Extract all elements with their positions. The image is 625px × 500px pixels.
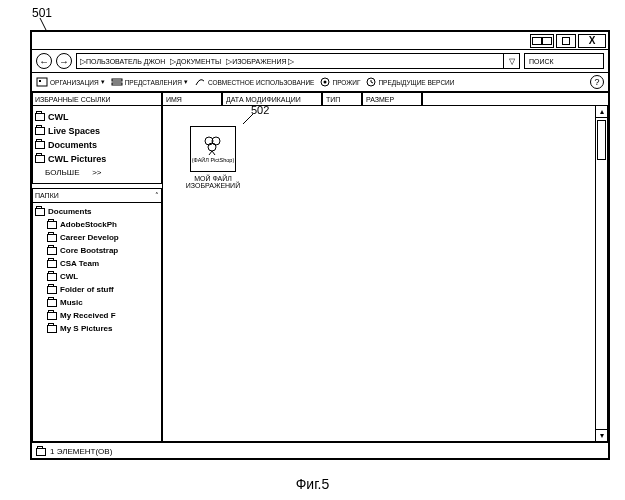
folder-icon [35,208,45,216]
favorite-link[interactable]: CWL [35,110,159,124]
folder-icon [36,448,46,456]
favorite-label: CWL [48,112,69,122]
file-type-label: (ФАЙЛ PictShop) [192,157,235,163]
vertical-scrollbar[interactable]: ▴ ▾ [595,106,607,441]
tool-label: ПРЕДСТАВЛЕНИЯ [125,79,182,86]
folder-icon [35,141,45,149]
tool-label: ПРЕДЫДУЩИЕ ВЕРСИИ [378,79,454,86]
folder-icon [47,286,57,294]
views-icon [111,77,123,87]
more-arrow: >> [92,168,101,177]
tool-label: ОРГАНИЗАЦИЯ [50,79,99,86]
breadcrumb-label: ДОКУМЕНТЫ [176,58,221,65]
previous-versions-button[interactable]: ПРЕДЫДУЩИЕ ВЕРСИИ [366,77,454,87]
folder-tree-root[interactable]: Documents [35,205,159,218]
folder-tree-item[interactable]: Folder of stuff [35,283,159,296]
breadcrumb-label: ИЗОБРАЖЕНИЯ [232,58,286,65]
favorite-link[interactable]: Live Spaces [35,124,159,138]
breadcrumb-segment[interactable]: ▷ПОЛЬЗОВАТЕЛЬ ДЖОН [77,57,167,66]
favorites-header: ИЗБРАННЫЕ ССЫЛКИ [32,92,162,106]
views-button[interactable]: ПРЕДСТАВЛЕНИЯ▾ [111,77,188,87]
svg-rect-3 [112,79,122,81]
column-headers: ИМЯ ДАТА МОДИФИКАЦИИ ТИП РАЗМЕР [162,92,608,106]
sidebar: ИЗБРАННЫЕ ССЫЛКИ CWL Live Spaces Documen… [32,92,162,442]
breadcrumb-segment[interactable]: ▷ДОКУМЕНТЫ [167,57,223,66]
scroll-down-button[interactable]: ▾ [596,429,607,441]
file-name: МОЙ ФАЙЛ ИЗОБРАЖЕНИЙ [183,175,243,189]
figure-caption: Фиг.5 [296,476,330,492]
more-label: БОЛЬШЕ [45,168,79,177]
folders-header[interactable]: ПАПКИ ˄ [33,189,161,203]
breadcrumb-dropdown[interactable]: ▽ [503,54,519,68]
maximize-button[interactable] [556,34,576,48]
toolbar: ОРГАНИЗАЦИЯ▾ ПРЕДСТАВЛЕНИЯ▾ СОВМЕСТНОЕ И… [32,72,608,92]
folder-label: AdobeStockPh [60,220,117,229]
forward-button[interactable]: → [56,53,72,69]
folder-label: CSA Team [60,259,99,268]
favorite-label: CWL Pictures [48,154,106,164]
svg-rect-1 [37,78,47,86]
folder-tree-item[interactable]: CSA Team [35,257,159,270]
breadcrumb-segment[interactable]: ▷ИЗОБРАЖЕНИЯ▷ [223,57,295,66]
scroll-up-button[interactable]: ▴ [596,106,607,118]
versions-icon [366,77,376,87]
folder-tree-item[interactable]: CWL [35,270,159,283]
scroll-track[interactable] [596,118,607,429]
folder-tree-item[interactable]: Music [35,296,159,309]
svg-rect-4 [112,83,122,85]
folder-icon [47,325,57,333]
status-bar: 1 ЭЛЕМЕНТ(ОВ) [32,442,608,460]
file-explorer-window: X ← → ▷ПОЛЬЗОВАТЕЛЬ ДЖОН ▷ДОКУМЕНТЫ ▷ИЗО… [30,30,610,460]
search-input[interactable]: ПОИСК [524,53,604,69]
folder-label: Folder of stuff [60,285,114,294]
breadcrumb-bar[interactable]: ▷ПОЛЬЗОВАТЕЛЬ ДЖОН ▷ДОКУМЕНТЫ ▷ИЗОБРАЖЕН… [76,53,520,69]
file-item[interactable]: (ФАЙЛ PictShop) МОЙ ФАЙЛ ИЗОБРАЖЕНИЙ [183,126,243,189]
favorite-link[interactable]: CWL Pictures [35,152,159,166]
folder-tree-item[interactable]: AdobeStockPh [35,218,159,231]
burn-button[interactable]: ПРОЖИГ [320,77,360,87]
column-header-size[interactable]: РАЗМЕР [362,92,422,105]
breadcrumb-label: ПОЛЬЗОВАТЕЛЬ ДЖОН [86,58,165,65]
favorites-list: CWL Live Spaces Documents CWL Pictures Б… [32,106,162,184]
folder-icon [35,113,45,121]
folder-label: Music [60,298,83,307]
favorite-link[interactable]: Documents [35,138,159,152]
more-link[interactable]: БОЛЬШЕ >> [35,166,159,179]
close-button[interactable]: X [578,34,606,48]
picture-icon [201,134,225,156]
folder-tree-item[interactable]: My S Pictures [35,322,159,335]
folders-panel: ПАПКИ ˄ Documents AdobeStockPh Career De… [32,188,162,442]
content-pane: ИМЯ ДАТА МОДИФИКАЦИИ ТИП РАЗМЕР 502 [162,92,608,442]
folder-tree-item[interactable]: My Received F [35,309,159,322]
scroll-thumb[interactable] [597,120,606,160]
organize-button[interactable]: ОРГАНИЗАЦИЯ▾ [36,77,105,87]
burn-icon [320,77,330,87]
column-header-type[interactable]: ТИП [322,92,362,105]
folder-tree-item[interactable]: Career Develop [35,231,159,244]
column-header-name[interactable]: ИМЯ [162,92,222,105]
share-button[interactable]: СОВМЕСТНОЕ ИСПОЛЬЗОВАНИЕ [194,77,315,87]
folder-icon [47,260,57,268]
favorite-label: Documents [48,140,97,150]
back-button[interactable]: ← [36,53,52,69]
minimize-restore-buttons[interactable] [530,34,554,48]
organize-icon [36,77,48,87]
help-button[interactable]: ? [590,75,604,89]
column-header-modified[interactable]: ДАТА МОДИФИКАЦИИ [222,92,322,105]
file-list-area[interactable]: 502 (ФАЙЛ PictShop) МОЙ ФАЙЛ ИЗОБРАЖЕНИЙ [162,106,608,442]
tool-label: СОВМЕСТНОЕ ИСПОЛЬЗОВАНИЕ [208,79,315,86]
folder-icon [35,127,45,135]
favorite-label: Live Spaces [48,126,100,136]
folder-tree-item[interactable]: Core Bootstrap [35,244,159,257]
callout-line-502 [241,114,255,128]
chevron-up-icon: ˄ [155,192,159,200]
window-body: ИЗБРАННЫЕ ССЫЛКИ CWL Live Spaces Documen… [32,92,608,442]
folder-icon [47,234,57,242]
navigation-bar: ← → ▷ПОЛЬЗОВАТЕЛЬ ДЖОН ▷ДОКУМЕНТЫ ▷ИЗОБР… [32,50,608,72]
folder-label: Documents [48,207,92,216]
folder-icon [47,273,57,281]
share-icon [194,77,206,87]
status-text: 1 ЭЛЕМЕНТ(ОВ) [50,447,112,456]
folder-icon [47,247,57,255]
folder-label: My Received F [60,311,116,320]
